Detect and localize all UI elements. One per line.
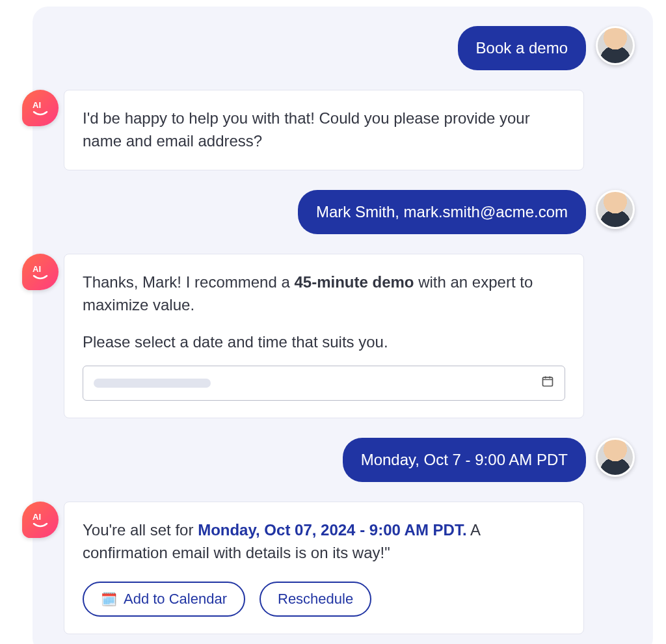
chat-container: Book a demo AI I'd be happy to help you … (33, 7, 653, 644)
user-message-bubble: Book a demo (458, 26, 586, 70)
ai-message-text: I'd be happy to help you with that! Coul… (83, 107, 565, 153)
user-message-text: Mark Smith, mark.smith@acme.com (316, 203, 568, 221)
calendar-icon[interactable] (541, 371, 554, 394)
ai-avatar: AI (22, 502, 59, 538)
chat-row-user: Book a demo (40, 26, 635, 70)
user-avatar (596, 190, 635, 229)
add-to-calendar-button[interactable]: 🗓️ Add to Calendar (83, 582, 245, 617)
ai-text-part: You're all set for (83, 521, 198, 539)
chat-row-ai: AI Thanks, Mark! I recommend a 45-minute… (40, 254, 635, 418)
ai-logo-icon: AI (30, 509, 51, 530)
reschedule-button[interactable]: Reschedule (260, 582, 371, 617)
ai-text-strong: Monday, Oct 07, 2024 - 9:00 AM PDT. (198, 521, 466, 539)
svg-rect-2 (543, 378, 553, 386)
chat-row-ai: AI I'd be happy to help you with that! C… (40, 90, 635, 170)
ai-message-card: Thanks, Mark! I recommend a 45-minute de… (64, 254, 584, 418)
svg-text:AI: AI (33, 100, 41, 110)
ai-avatar: AI (22, 90, 59, 126)
ai-text-part: Thanks, Mark! I recommend a (83, 273, 294, 291)
user-message-text: Book a demo (476, 39, 568, 57)
user-message-text: Monday, Oct 7 - 9:00 AM PDT (361, 451, 568, 468)
svg-text:AI: AI (33, 264, 41, 274)
ai-message-card: I'd be happy to help you with that! Coul… (64, 90, 584, 170)
user-message-bubble: Mark Smith, mark.smith@acme.com (298, 190, 586, 234)
action-button-row: 🗓️ Add to Calendar Reschedule (83, 582, 565, 617)
calendar-emoji-icon: 🗓️ (101, 591, 117, 607)
chat-row-user: Mark Smith, mark.smith@acme.com (40, 190, 635, 234)
button-label: Add to Calendar (124, 591, 227, 608)
button-label: Reschedule (278, 591, 353, 608)
ai-message-text: You're all set for Monday, Oct 07, 2024 … (83, 519, 565, 565)
date-picker-input[interactable] (83, 366, 565, 401)
date-placeholder-skeleton (94, 379, 211, 388)
chat-row-ai: AI You're all set for Monday, Oct 07, 20… (40, 502, 635, 634)
ai-text-strong: 45-minute demo (294, 273, 414, 291)
svg-text:AI: AI (33, 512, 41, 522)
ai-logo-icon: AI (30, 98, 51, 118)
user-avatar (596, 438, 635, 477)
user-message-bubble: Monday, Oct 7 - 9:00 AM PDT (343, 438, 586, 482)
ai-message-card: You're all set for Monday, Oct 07, 2024 … (64, 502, 584, 634)
ai-message-text: Please select a date and time that suits… (83, 331, 565, 354)
chat-row-user: Monday, Oct 7 - 9:00 AM PDT (40, 438, 635, 482)
user-avatar (596, 26, 635, 65)
ai-message-text: Thanks, Mark! I recommend a 45-minute de… (83, 271, 565, 317)
ai-logo-icon: AI (30, 262, 51, 282)
ai-avatar: AI (22, 254, 59, 290)
